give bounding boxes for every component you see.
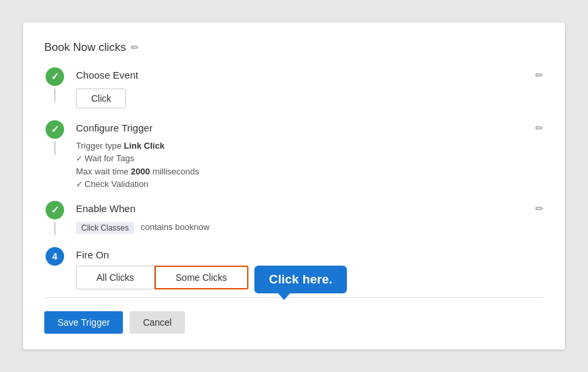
footer-divider — [44, 297, 544, 298]
step2-indicator: ✓ — [44, 120, 65, 155]
step3-line — [54, 222, 55, 235]
max-wait-row: Max wait time 2000 milliseconds — [76, 165, 544, 179]
section1-content: Choose Event ✏ Click — [76, 67, 544, 108]
card-title: Book Now clicks ✏ — [44, 41, 544, 54]
step1-circle: ✓ — [46, 67, 64, 86]
section3-edit-icon[interactable]: ✏ — [535, 203, 544, 215]
section2-content: ✏ Configure Trigger Trigger type Link Cl… — [76, 120, 544, 189]
section-choose-event: ✓ Choose Event ✏ Click — [44, 67, 544, 108]
step4-indicator: 4 — [44, 247, 65, 266]
section3-title: Enable When — [76, 203, 544, 214]
fire-buttons-group: All Clicks Some Clicks — [76, 266, 544, 289]
all-clicks-button[interactable]: All Clicks — [76, 266, 155, 289]
trigger-type-row: Trigger type Link Click — [76, 139, 544, 153]
event-click-box[interactable]: Click — [76, 89, 126, 108]
max-wait-unit: milliseconds — [153, 167, 200, 176]
section1-edit-icon[interactable]: ✏ — [535, 69, 544, 81]
step1-indicator: ✓ — [44, 67, 65, 102]
max-wait-label: Max wait time — [76, 167, 128, 176]
step1-line — [54, 89, 55, 102]
step3-indicator: ✓ — [44, 201, 65, 235]
save-trigger-button[interactable]: Save Trigger — [44, 311, 123, 334]
wait-for-tags-label: Wait for Tags — [85, 153, 134, 163]
max-wait-value: 2000 — [131, 167, 150, 176]
section4-title: Fire On — [76, 249, 544, 260]
footer-buttons: Save Trigger Cancel — [44, 311, 544, 334]
enable-when-row: Click Classes contains booknow — [76, 219, 544, 234]
step2-circle: ✓ — [46, 120, 64, 139]
step4-circle: 4 — [46, 247, 64, 266]
trigger-type-value: Link Click — [124, 141, 165, 151]
cancel-button[interactable]: Cancel — [129, 311, 185, 334]
section-configure-trigger: ✓ ✏ Configure Trigger Trigger type Link … — [44, 120, 544, 189]
step2-line — [54, 141, 55, 155]
section2-edit-icon[interactable]: ✏ — [535, 122, 544, 134]
validation-checkmark: ✓ — [76, 180, 83, 189]
wait-for-tags-row: ✓ Wait for Tags — [76, 153, 544, 163]
trigger-card: Book Now clicks ✏ ✓ Choose Event ✏ Click… — [23, 22, 565, 350]
some-clicks-button[interactable]: Some Clicks — [155, 266, 248, 289]
step3-circle: ✓ — [46, 201, 64, 219]
section4-content: Fire On Click here. All Clicks Some Clic… — [76, 247, 544, 289]
section1-title: Choose Event — [76, 69, 138, 81]
trigger-type-label: Trigger type — [76, 141, 122, 151]
contains-text: contains booknow — [141, 222, 209, 232]
section1-header: Choose Event — [76, 69, 544, 86]
check-validation-label: Check Validation — [85, 179, 149, 189]
section-fire-on: 4 Fire On Click here. All Clicks Some Cl… — [44, 247, 544, 289]
title-edit-icon[interactable]: ✏ — [131, 42, 139, 54]
section2-title: Configure Trigger — [76, 122, 544, 133]
title-text: Book Now clicks — [44, 41, 126, 54]
section3-content: ✏ Enable When Click Classes contains boo… — [76, 201, 544, 234]
click-classes-pill: Click Classes — [76, 222, 134, 234]
section-enable-when: ✓ ✏ Enable When Click Classes contains b… — [44, 201, 544, 235]
check-validation-row: ✓ Check Validation — [76, 179, 544, 189]
wait-checkmark: ✓ — [76, 154, 83, 163]
